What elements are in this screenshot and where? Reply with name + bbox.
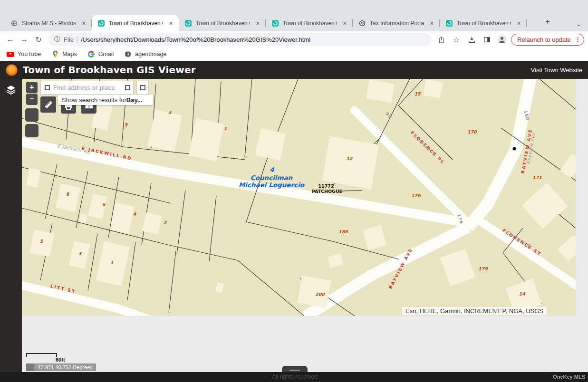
tax-favicon-icon <box>358 19 366 27</box>
map-label-addr: 11772 <box>318 183 334 189</box>
search-suggestion[interactable]: Show search results for Bay... <box>58 95 153 105</box>
coordinate-value: -72.971 40.752 Degrees <box>36 364 96 370</box>
patchogue-leader-line <box>341 191 362 191</box>
relaunch-to-update-button[interactable]: Relaunch to update ⋮ <box>511 34 584 46</box>
map-label-parcel: 14 <box>519 291 525 296</box>
browser-tab[interactable]: Town of Brookhaven GIS Vi✕ <box>440 15 527 31</box>
scale-label: 60ft <box>56 357 65 363</box>
profile-avatar[interactable] <box>496 33 508 46</box>
browser-tab[interactable]: Stratus MLS - Photos - Nev✕ <box>5 15 92 31</box>
map-label-parcel: 3 <box>168 110 172 115</box>
map-label-parcel: 15 <box>414 91 420 96</box>
search-box <box>40 81 134 95</box>
search-input[interactable] <box>53 84 122 91</box>
map-label-parcel: 200 <box>315 292 325 297</box>
map-label-parcel: 4 <box>133 211 136 217</box>
search-options-button[interactable] <box>136 81 149 95</box>
share-icon[interactable] <box>435 33 447 46</box>
tab-close-icon[interactable]: ✕ <box>428 19 436 28</box>
tab-close-icon[interactable]: ✕ <box>80 19 88 28</box>
bookmark-gmail[interactable]: Gmail <box>87 50 114 58</box>
map-label-parcel: 186 <box>338 229 348 234</box>
search-source-icon[interactable] <box>41 81 53 94</box>
youtube-icon <box>7 50 14 58</box>
url-divider <box>77 36 77 43</box>
map-label-blue: 4 <box>270 166 274 173</box>
scale-bar: 60ft <box>26 353 57 357</box>
url-path: /Users/sherylhecht/Downloads/Town%20of%2… <box>81 36 310 43</box>
home-extent-button[interactable] <box>25 108 39 122</box>
map-attribution: Esri, HERE, Garmin, INCREMENT P, NGA, US… <box>402 307 547 315</box>
forward-icon[interactable]: → <box>18 33 30 46</box>
bookmarks-bar: YouTubeMapsGmailagentImage <box>0 48 588 61</box>
gmail-icon <box>87 50 95 58</box>
gis-favicon-icon <box>97 19 105 27</box>
bookmark-youtube[interactable]: YouTube <box>7 50 41 58</box>
visit-town-website-link[interactable]: Visit Town Website <box>531 67 582 74</box>
tab-title: Town of Brookhaven GIS Vi <box>196 20 250 27</box>
map-label-parcel: 12 <box>346 156 352 161</box>
bookmark-label: Maps <box>62 51 77 57</box>
new-tab-button[interactable]: + <box>542 17 553 28</box>
bookmark-star-icon[interactable]: ☆ <box>450 33 463 46</box>
browser-tab[interactable]: Tax Information Portal✕ <box>353 15 440 31</box>
tab-close-icon[interactable]: ✕ <box>254 19 262 28</box>
gis-favicon-icon <box>271 19 279 27</box>
coordinate-readout: -72.971 40.752 Degrees <box>26 363 96 371</box>
zoom-out-button[interactable]: − <box>26 94 38 105</box>
gis-map-canvas[interactable]: 7351151701217117686421865311792001498160… <box>22 79 576 316</box>
map-label-parcel: 179 <box>478 266 488 271</box>
zoom-in-button[interactable]: + <box>26 82 38 93</box>
browser-tab[interactable]: Town of Brookhaven GIS Vi✕ <box>266 15 353 31</box>
side-panel-icon[interactable] <box>481 33 493 46</box>
browser-tab[interactable]: Town of Brookhaven GIS Vi✕ <box>179 15 266 31</box>
measure-tool-button[interactable] <box>40 96 56 113</box>
drawer-handle[interactable] <box>282 366 308 372</box>
search-submit-icon[interactable] <box>122 81 133 94</box>
address-bar[interactable]: ⓘ File /Users/sherylhecht/Downloads/Town… <box>48 33 431 46</box>
rights-text: All rights reserved <box>272 372 318 382</box>
tab-search-chevron-icon[interactable]: ⌄ <box>576 20 581 28</box>
map-label-parcel: 5 <box>125 122 128 127</box>
brookhaven-seal-logo <box>6 64 18 76</box>
browser-tab[interactable]: Town of Brookhaven GIS Vi✕ <box>92 15 179 31</box>
globe-dark-icon <box>124 50 132 58</box>
back-icon[interactable]: ← <box>4 33 16 46</box>
tab-title: Tax Information Portal <box>370 20 424 27</box>
map-label-addr: PATCHOGUE <box>312 189 342 194</box>
map-label-blue: Michael Loguercio <box>239 181 304 189</box>
page-title: Town of Brookhaven GIS Viewer <box>23 64 526 76</box>
bookmark-agentimage[interactable]: agentImage <box>124 50 166 58</box>
map-label-parcel: 6 <box>102 202 106 207</box>
map-geometry <box>22 79 576 316</box>
map-label-parcel: 176 <box>411 193 421 198</box>
bookmark-label: agentImage <box>135 51 166 57</box>
page-info-icon[interactable]: ⓘ <box>54 35 60 44</box>
coordinate-icon <box>26 363 34 371</box>
maps-icon <box>51 50 59 58</box>
locate-button[interactable] <box>25 124 39 137</box>
globe-favicon-icon <box>10 19 18 27</box>
tab-title: Town of Brookhaven GIS Vi <box>109 20 163 27</box>
map-label-parcel: 1 <box>224 126 227 131</box>
bookmark-maps[interactable]: Maps <box>51 50 77 58</box>
tab-close-icon[interactable]: ✕ <box>341 19 349 28</box>
map-label-parcel: 1 <box>110 260 114 265</box>
tab-title: Stratus MLS - Photos - Nev <box>22 20 76 27</box>
gis-workspace: 7351151701217117686421865311792001498160… <box>0 79 588 382</box>
gis-favicon-icon <box>445 19 453 27</box>
tab-title: Town of Brookhaven GIS Vi <box>457 20 511 27</box>
browser-menu-icon[interactable]: ⋮ <box>575 36 581 43</box>
site-header: Town of Brookhaven GIS Viewer Visit Town… <box>0 61 588 79</box>
browser-toolbar: ← → ↻ ⓘ File /Users/sherylhecht/Download… <box>0 31 588 48</box>
downloads-icon[interactable] <box>465 33 478 46</box>
ruler-icon <box>43 99 54 110</box>
bookmark-label: Gmail <box>98 51 114 57</box>
tab-close-icon[interactable]: ✕ <box>167 19 175 28</box>
map-label-parcel: 171 <box>532 175 542 180</box>
scale-bracket <box>26 353 57 357</box>
onekey-mls-brand: OneKey MLS <box>553 372 585 382</box>
reload-icon[interactable]: ↻ <box>32 33 45 46</box>
tab-close-icon[interactable]: ✕ <box>515 19 523 28</box>
layers-icon[interactable] <box>5 84 17 96</box>
